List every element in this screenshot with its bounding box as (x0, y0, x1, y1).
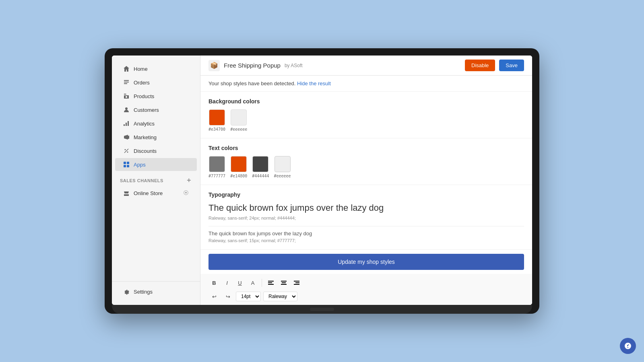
svg-rect-5 (126, 123, 127, 126)
customers-icon (123, 107, 130, 113)
sidebar-item-label: Home (134, 66, 148, 72)
sidebar-item-discounts[interactable]: Discounts (115, 144, 197, 157)
svg-rect-4 (124, 124, 125, 126)
sidebar-item-analytics[interactable]: Analytics (115, 117, 197, 130)
sidebar-item-settings[interactable]: Settings (115, 285, 197, 298)
svg-rect-18 (281, 281, 287, 282)
app-icon: 📦 (208, 60, 220, 71)
bold-button[interactable]: B (208, 277, 220, 288)
text-color-button[interactable]: A (247, 277, 258, 288)
sidebar: Home Orders Products Customers (112, 56, 200, 305)
disable-button[interactable]: Disable (465, 60, 495, 71)
svg-rect-0 (124, 80, 129, 81)
svg-point-3 (125, 107, 128, 110)
discounts-icon (123, 148, 130, 154)
svg-rect-17 (268, 284, 274, 285)
header-actions: Disable Save (465, 60, 524, 71)
channels-section-label: SALES CHANNELS ＋ (112, 171, 200, 186)
apps-icon (123, 161, 130, 168)
text-swatch-3[interactable]: #444444 (252, 156, 269, 178)
sidebar-item-orders[interactable]: Orders (115, 76, 197, 89)
undo-button[interactable]: ↩ (208, 291, 220, 302)
toolbar-font-row: ↩ ↪ 14pt 12pt 16pt 18pt 24pt Raleway Ari… (208, 291, 524, 302)
sidebar-item-home[interactable]: Home (115, 62, 197, 75)
laptop-bottom (112, 305, 532, 314)
svg-rect-19 (282, 282, 286, 283)
sidebar-item-products[interactable]: Products (115, 90, 197, 103)
editor-toolbar: B I U A (200, 274, 532, 305)
svg-point-8 (127, 152, 128, 153)
align-center-button[interactable] (278, 277, 289, 288)
laptop-screen: Home Orders Products Customers (112, 56, 532, 305)
svg-rect-2 (124, 83, 127, 84)
text-color-4 (275, 156, 291, 172)
app-by: by ASoft (285, 63, 303, 68)
font-family-select[interactable]: Raleway Arial Georgia (263, 292, 297, 301)
typography-body-meta: Raleway, sans-serif; 15px; normal; #7777… (208, 238, 524, 243)
update-shop-styles-button[interactable]: Update my shop styles (208, 254, 524, 270)
bg-swatch-2[interactable]: #eeeeee (230, 109, 247, 132)
background-colors-section: Background colors #e34700 #eeeeee (200, 92, 532, 138)
toolbar-formatting-row: B I U A (208, 277, 524, 288)
shop-styles-banner: Your shop styles have been detected. Hid… (200, 76, 532, 92)
sidebar-item-apps[interactable]: Apps (115, 158, 197, 171)
align-right-button[interactable] (291, 277, 302, 288)
content-area: Your shop styles have been detected. Hid… (200, 76, 532, 305)
online-store-settings-icon[interactable] (183, 190, 189, 197)
banner-text: Your shop styles have been detected. (208, 80, 295, 86)
redo-button[interactable]: ↪ (222, 291, 233, 302)
text-swatch-1[interactable]: #777777 (208, 156, 225, 178)
text-color-4-label: #eeeeee (274, 174, 291, 178)
svg-rect-15 (268, 281, 274, 282)
bg-swatch-1[interactable]: #e34700 (208, 109, 225, 132)
save-button[interactable]: Save (499, 60, 524, 71)
orders-icon (123, 79, 130, 86)
bg-color-2 (231, 109, 247, 125)
background-colors-title: Background colors (208, 98, 524, 105)
typography-title: Typography (208, 191, 524, 198)
text-colors-section: Text colors #777777 #e14800 #444444 (200, 138, 532, 185)
text-swatch-2[interactable]: #e14800 (230, 156, 247, 178)
underline-button[interactable]: U (234, 277, 246, 288)
typography-divider (208, 226, 524, 226)
svg-rect-11 (127, 162, 129, 164)
sidebar-bottom: Settings (112, 281, 200, 298)
text-swatch-4[interactable]: #eeeeee (274, 156, 291, 178)
sidebar-item-marketing[interactable]: Marketing (115, 131, 197, 144)
svg-rect-20 (281, 284, 287, 285)
sidebar-item-label: Apps (134, 162, 146, 168)
text-colors-title: Text colors (208, 145, 524, 151)
help-button[interactable] (620, 338, 636, 354)
align-left-button[interactable] (265, 277, 277, 288)
sidebar-item-online-store[interactable]: Online Store (115, 187, 197, 200)
sidebar-item-customers[interactable]: Customers (115, 103, 197, 116)
bg-color-1-label: #e34700 (208, 127, 225, 132)
svg-rect-23 (294, 284, 299, 285)
analytics-icon (123, 120, 130, 127)
text-color-1-label: #777777 (208, 174, 225, 178)
sidebar-item-label: Customers (134, 107, 159, 113)
main-content: 📦 Free Shipping Popup by ASoft Disable S… (200, 56, 532, 305)
app-title: Free Shipping Popup (224, 62, 281, 69)
app-header-left: 📦 Free Shipping Popup by ASoft (208, 60, 303, 71)
svg-rect-16 (268, 282, 272, 283)
sidebar-item-label: Analytics (134, 121, 155, 127)
text-color-2 (231, 156, 247, 172)
sidebar-item-label: Marketing (134, 134, 157, 140)
typography-body: The quick brown fox jumps over the lazy … (208, 230, 524, 237)
marketing-icon (123, 134, 130, 140)
svg-rect-13 (127, 165, 129, 167)
hide-result-link[interactable]: Hide the result (297, 80, 331, 86)
background-color-swatches: #e34700 #eeeeee (208, 109, 524, 132)
app-header: 📦 Free Shipping Popup by ASoft Disable S… (200, 56, 532, 76)
add-channel-icon[interactable]: ＋ (186, 176, 192, 185)
typography-section: Typography The quick brown fox jumps ove… (200, 185, 532, 250)
products-icon (123, 93, 130, 99)
font-size-select[interactable]: 14pt 12pt 16pt 18pt 24pt (236, 292, 261, 301)
text-color-3-label: #444444 (252, 174, 269, 178)
italic-button[interactable]: I (221, 277, 233, 288)
text-color-3 (252, 156, 268, 172)
svg-rect-10 (124, 162, 126, 164)
settings-label: Settings (134, 289, 153, 295)
typography-heading-meta: Raleway, sans-serif; 24px; normal; #4444… (208, 216, 524, 220)
